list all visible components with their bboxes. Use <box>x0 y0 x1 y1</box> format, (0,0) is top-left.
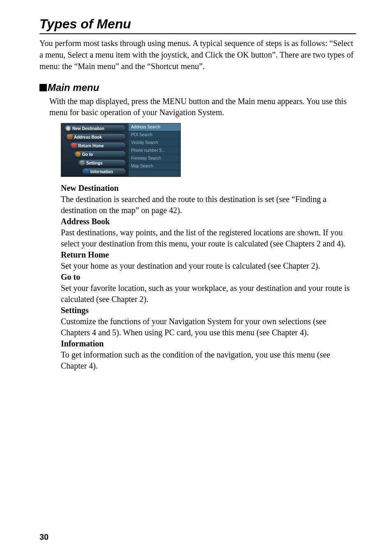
info-icon <box>84 169 89 174</box>
go-icon <box>76 152 81 157</box>
submenu-item: Address Search <box>129 123 180 131</box>
submenu-item: Vicinity Search <box>129 139 180 147</box>
def-term: Information <box>61 338 356 349</box>
menu-btn-settings: Settings <box>78 159 126 167</box>
def-desc: Customize the functions of your Navigati… <box>61 316 356 338</box>
menu-btn-information: Information <box>82 168 126 175</box>
home-icon <box>71 143 76 148</box>
def-desc: The destination is searched and the rout… <box>61 194 356 216</box>
page-number: 30 <box>39 532 48 542</box>
menu-label: Information <box>90 170 113 174</box>
bullet-square-icon <box>39 84 47 91</box>
menu-label: Settings <box>86 161 102 165</box>
menu-label: Return Home <box>78 144 104 148</box>
menu-label: New Destination <box>72 126 104 131</box>
main-menu-screenshot: New Destination Address Book Return Home… <box>61 123 181 177</box>
gear-icon <box>80 160 85 165</box>
menu-label: Address Book <box>74 135 102 139</box>
submenu-item: Phone number S... <box>129 147 180 155</box>
def-desc: To get information such as the condition… <box>61 349 356 372</box>
def-term: New Destination <box>61 183 356 194</box>
def-term: Return Home <box>61 249 356 260</box>
def-desc: Past destinations, way points, and the l… <box>61 227 356 249</box>
intro-paragraph: You perform most tasks through using men… <box>39 37 356 72</box>
definitions: New Destination The destination is searc… <box>61 183 356 372</box>
def-desc: Set your favorite location, such as your… <box>61 283 356 305</box>
submenu-item: Freeway Search <box>129 155 180 163</box>
compass-icon <box>66 126 71 131</box>
def-term: Settings <box>61 305 356 316</box>
section-intro: With the map displayed, press the MENU b… <box>49 96 356 118</box>
menu-label: Go to <box>82 152 93 157</box>
section-heading-text: Main menu <box>48 82 99 93</box>
section-heading: Main menu <box>39 82 356 93</box>
menu-btn-new-destination: New Destination <box>64 125 126 132</box>
submenu-item: Map Search <box>129 163 180 170</box>
def-term: Go to <box>61 272 356 283</box>
def-term: Address Book <box>61 216 356 227</box>
def-desc: Set your home as your destination and yo… <box>61 260 356 272</box>
menu-btn-go-to: Go to <box>74 151 126 158</box>
page: Types of Menu You perform most tasks thr… <box>0 0 392 555</box>
menu-btn-return-home: Return Home <box>69 142 126 149</box>
page-title: Types of Menu <box>39 16 356 34</box>
menu-btn-address-book: Address Book <box>65 133 126 141</box>
book-icon <box>67 135 72 139</box>
submenu-item: POI Search <box>129 131 180 139</box>
